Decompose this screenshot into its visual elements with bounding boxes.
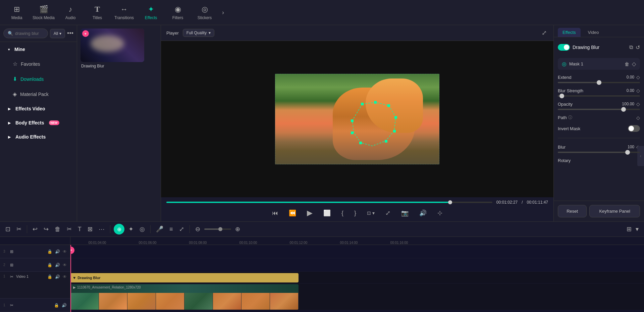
quality-selector[interactable]: Full Quality ▾ xyxy=(183,29,214,37)
fullscreen-btn[interactable]: ⤢ xyxy=(383,208,393,218)
clip-actions-btn[interactable]: ⊡ ▾ xyxy=(364,209,377,217)
rewind-btn[interactable]: ⏮ xyxy=(269,208,281,218)
timeline-multitrack-btn[interactable]: ≡ xyxy=(167,224,175,234)
mask-delete-btn[interactable]: 🗑 xyxy=(625,61,629,67)
collapse-panel-btn[interactable]: ‹ xyxy=(637,146,644,166)
timeline-crop-btn[interactable]: ⊠ xyxy=(86,224,95,234)
sidebar-item-mine[interactable]: ▾ Mine xyxy=(3,43,74,56)
toolbar-filters[interactable]: ◉ Filters xyxy=(164,2,191,23)
track-2-volume-btn[interactable]: 🔊 xyxy=(55,263,60,267)
volume-btn[interactable]: 🔊 xyxy=(417,208,429,218)
toolbar-transitions[interactable]: ↔ Transitions xyxy=(111,2,138,23)
effect-clip[interactable]: ♥ Drawing Blur xyxy=(70,273,299,282)
timeline-area: ⊡ ✂ ↩ ↪ 🗑 ✂ T ⊠ ⋯ ⊕ ✦ ◎ 🎤 ≡ ⤢ ⊖ ⊕ ⊞ ▾ xyxy=(0,221,644,312)
toolbar-stock-media[interactable]: 🎬 Stock Media xyxy=(30,2,57,23)
effect-toggle[interactable] xyxy=(558,44,570,51)
timeline-mic-btn[interactable]: 🎤 xyxy=(154,224,165,234)
timeline-select-btn[interactable]: ⊡ xyxy=(3,224,12,234)
keyframe-panel-btn[interactable]: Keyframe Panel xyxy=(589,205,640,217)
reset-btn[interactable]: Reset xyxy=(558,205,587,217)
path-diamond[interactable]: ◇ xyxy=(636,115,640,120)
opacity-slider[interactable] xyxy=(558,109,640,110)
zoom-slider[interactable] xyxy=(204,228,231,230)
track-3-eye-btn[interactable]: 👁 xyxy=(63,249,67,254)
timeline-trim-btn[interactable]: ✂ xyxy=(14,224,23,234)
player-fullscreen-icon[interactable]: ⤢ xyxy=(540,28,548,38)
track-2-lock-btn[interactable]: 🔒 xyxy=(47,263,52,267)
track-3-volume-btn[interactable]: 🔊 xyxy=(55,249,60,254)
toolbar-stickers[interactable]: ◎ Stickers xyxy=(191,2,218,23)
blur-strength-slider[interactable] xyxy=(558,95,640,97)
more-controls-btn[interactable]: ⊹ xyxy=(435,208,445,218)
step-back-btn[interactable]: ⏪ xyxy=(286,208,299,218)
timeline-more-btn[interactable]: ⋯ xyxy=(97,224,107,234)
toolbar-media[interactable]: ⊞ Media xyxy=(3,2,30,23)
track-2-layers-icon: ⊞ xyxy=(10,263,13,267)
extend-slider[interactable] xyxy=(558,82,640,83)
toolbar-audio[interactable]: ♪ Audio xyxy=(57,2,84,23)
sidebar-item-downloads[interactable]: ⬇ Downloads xyxy=(3,72,74,86)
blur-slider[interactable] xyxy=(558,152,640,153)
titles-icon: T xyxy=(95,5,100,14)
tab-effects[interactable]: Effects xyxy=(558,28,581,37)
sidebar-item-audio-effects[interactable]: ▶ Audio Effects xyxy=(3,130,74,144)
filter-all-btn[interactable]: All ▾ xyxy=(50,29,65,38)
sidebar-item-video-effects[interactable]: ▶ Effects Video xyxy=(3,102,74,115)
track-3-num: 3 xyxy=(3,250,7,253)
blur-strength-diamond[interactable]: ◇ xyxy=(636,88,640,93)
invert-mask-toggle[interactable] xyxy=(628,125,640,132)
track-1-volume-btn[interactable]: 🔊 xyxy=(55,274,60,279)
timeline-badge-btn[interactable]: ◎ xyxy=(138,224,147,234)
timeline-ripple-btn[interactable]: ✦ xyxy=(126,224,136,234)
track-2-eye-btn[interactable]: 👁 xyxy=(63,263,67,267)
track-1-lock-btn[interactable]: 🔒 xyxy=(47,274,52,279)
timeline-plus-btn[interactable]: ⊕ xyxy=(233,224,242,234)
video-clip[interactable]: ▶ 1110670_Amusement_Relation_1280x720 xyxy=(70,284,299,310)
tl-sep-1 xyxy=(27,225,27,233)
opacity-value: 100.00 xyxy=(622,102,634,106)
mask-keyframe-diamond[interactable]: ◇ xyxy=(632,61,636,67)
toolbar-titles[interactable]: T Titles xyxy=(84,2,111,23)
track-3-lock-btn[interactable]: 🔒 xyxy=(47,249,52,254)
more-options-btn[interactable]: ••• xyxy=(67,30,73,37)
sidebar-item-material-pack[interactable]: ◈ Material Pack xyxy=(3,87,74,101)
opacity-diamond[interactable]: ◇ xyxy=(636,101,640,107)
mark-out-btn[interactable]: } xyxy=(352,208,359,218)
timeline-cut-btn[interactable]: ✂ xyxy=(65,224,74,234)
blur-slider-thumb xyxy=(625,150,630,155)
mark-in-btn[interactable]: { xyxy=(339,208,346,218)
timeline-grid-btn[interactable]: ⊞ xyxy=(627,225,632,233)
search-input-container[interactable]: 🔍 xyxy=(3,29,48,38)
sidebar-favorites-label: Favorites xyxy=(21,61,40,67)
sidebar-item-favorites[interactable]: ☆ Favorites xyxy=(3,57,74,71)
video-thumb-4 xyxy=(156,293,184,310)
audio-volume-btn[interactable]: 🔊 xyxy=(62,303,67,308)
tab-video[interactable]: Video xyxy=(583,28,604,37)
effect-card-drawing-blur[interactable]: ♥ Drawing Blur xyxy=(80,29,157,68)
audio-lock-btn[interactable]: 🔒 xyxy=(54,303,59,308)
effect-copy-btn[interactable]: ⧉ xyxy=(629,44,633,50)
path-info-icon[interactable]: ⓘ xyxy=(568,115,572,120)
play-btn[interactable]: ▶ xyxy=(304,207,315,219)
timeline-delete-btn[interactable]: 🗑 xyxy=(53,224,63,234)
timeline-undo-btn[interactable]: ↩ xyxy=(31,224,40,234)
aspect-ratio-btn[interactable]: ⬜ xyxy=(321,208,333,218)
effect-reset-btn[interactable]: ↺ xyxy=(636,44,640,51)
timeline-fullscreen-btn[interactable]: ⤢ xyxy=(177,224,186,234)
mask-row[interactable]: ◎ Mask 1 🗑 ◇ xyxy=(558,58,640,70)
effects-icon: ✦ xyxy=(148,5,154,14)
search-input[interactable] xyxy=(15,31,44,36)
toolbar-expand-arrow[interactable]: › xyxy=(218,2,228,23)
toolbar-effects[interactable]: ✦ Effects xyxy=(138,2,164,23)
timeline-text-btn[interactable]: T xyxy=(76,224,84,234)
timeline-minus-btn[interactable]: ⊖ xyxy=(193,224,202,234)
extend-keyframe-diamond[interactable]: ◇ xyxy=(636,74,640,80)
timeline-redo-btn[interactable]: ↪ xyxy=(42,224,51,234)
progress-bar[interactable] xyxy=(166,202,492,203)
timeline-tracks-area[interactable]: 00:01:04:00 00:01:06:00 00:01:08:00 00:0… xyxy=(70,237,644,312)
timeline-freeze-btn[interactable]: ⊕ xyxy=(114,224,124,235)
sidebar-item-body-effects[interactable]: ▶ Body Effects NEW xyxy=(3,116,74,129)
track-1-eye-btn[interactable]: 👁 xyxy=(63,274,67,279)
timeline-settings-btn[interactable]: ▾ xyxy=(634,224,641,234)
snapshot-btn[interactable]: 📷 xyxy=(398,208,411,218)
